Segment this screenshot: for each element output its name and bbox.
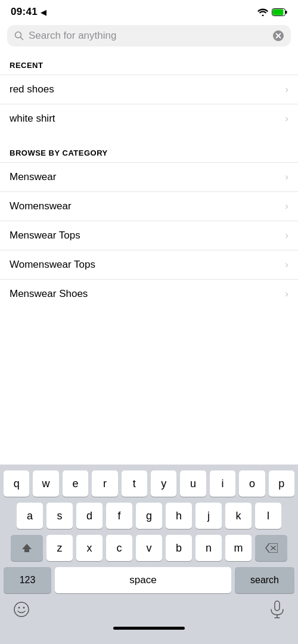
key-l[interactable]: l [255,503,281,529]
svg-rect-3 [273,9,284,15]
key-d[interactable]: d [76,503,103,529]
key-j[interactable]: j [195,503,222,529]
recent-section-header: RECENT [0,52,298,75]
key-a[interactable]: a [17,503,43,529]
key-n[interactable]: n [195,535,222,561]
status-time: 09:41 ◀ [11,6,46,18]
section-divider [0,133,298,140]
key-w[interactable]: w [33,470,58,497]
key-r[interactable]: r [92,470,117,497]
chevron-right-icon: › [285,230,288,242]
svg-rect-2 [285,11,287,14]
recent-item-label: red shoes [10,83,54,95]
space-key[interactable]: space [55,567,231,593]
key-u[interactable]: u [180,470,206,497]
browse-item-womenswear-tops[interactable]: Womenswear Tops › [0,250,298,279]
key-i[interactable]: i [210,470,235,497]
svg-point-14 [23,607,25,609]
recent-item-red-shoes[interactable]: red shoes › [0,75,298,104]
search-bar[interactable] [7,25,291,47]
mic-button[interactable] [267,598,287,621]
browse-item-label: Menswear Shoes [10,288,88,300]
key-p[interactable]: p [269,470,294,497]
battery-icon [272,8,287,16]
key-z[interactable]: z [46,535,73,561]
chevron-right-icon: › [285,171,288,183]
key-k[interactable]: k [225,503,252,529]
browse-item-menswear-shoes[interactable]: Menswear Shoes › [0,279,298,308]
key-f[interactable]: f [106,503,132,529]
emoji-button[interactable] [11,599,32,620]
key-b[interactable]: b [166,535,192,561]
browse-item-womenswear[interactable]: Womenswear › [0,191,298,221]
delete-icon [265,543,278,553]
close-icon [273,30,284,41]
num-key[interactable]: 123 [4,567,51,593]
key-m[interactable]: m [225,535,252,561]
svg-point-0 [262,14,264,16]
search-icon [14,31,24,41]
key-y[interactable]: y [151,470,176,497]
status-bar: 09:41 ◀ [0,0,298,21]
wifi-icon [257,8,268,16]
svg-rect-15 [275,601,280,611]
svg-point-12 [14,602,29,617]
shift-key[interactable] [11,535,43,561]
chevron-right-icon: › [285,83,288,95]
search-input[interactable] [29,30,268,42]
keyboard: q w e r t y u i o p a s d f g h j k l [0,465,298,644]
keyboard-accessory-row [0,593,298,623]
keyboard-row-1: q w e r t y u i o p [4,470,294,497]
keyboard-row-2: a s d f g h j k l [4,503,294,529]
status-icons [257,8,287,16]
emoji-icon [13,601,30,618]
key-v[interactable]: v [136,535,162,561]
key-o[interactable]: o [239,470,265,497]
browse-item-menswear[interactable]: Menswear › [0,162,298,191]
key-e[interactable]: e [63,470,88,497]
key-g[interactable]: g [136,503,162,529]
key-h[interactable]: h [166,503,192,529]
browse-item-menswear-tops[interactable]: Menswear Tops › [0,221,298,250]
close-button[interactable] [273,30,284,41]
keyboard-bottom-row: 123 space search [0,567,298,593]
key-x[interactable]: x [76,535,103,561]
key-t[interactable]: t [122,470,147,497]
svg-marker-9 [22,544,32,552]
browse-item-label: Womenswear [10,200,72,212]
recent-item-label: white shirt [10,113,55,125]
home-bar [113,627,185,630]
svg-point-13 [18,607,20,609]
delete-key[interactable] [255,535,287,561]
keyboard-row-3: z x c v b n m [4,535,294,561]
keyboard-rows: q w e r t y u i o p a s d f g h j k l [0,465,298,561]
recent-item-white-shirt[interactable]: white shirt › [0,104,298,133]
search-key[interactable]: search [235,567,294,593]
chevron-right-icon: › [285,288,288,300]
key-q[interactable]: q [4,470,29,497]
chevron-right-icon: › [285,259,288,271]
recent-list: red shoes › white shirt › [0,75,298,133]
mic-icon [269,600,285,618]
home-indicator [0,623,298,632]
browse-list: Menswear › Womenswear › Menswear Tops › … [0,162,298,308]
shift-icon [21,543,32,553]
browse-item-label: Menswear [10,171,56,183]
chevron-right-icon: › [285,200,288,212]
svg-line-5 [21,38,23,40]
browse-section-header: BROWSE BY CATEGORY [0,140,298,162]
browse-item-label: Womenswear Tops [10,259,95,271]
browse-item-label: Menswear Tops [10,230,80,242]
key-c[interactable]: c [106,535,132,561]
chevron-right-icon: › [285,113,288,125]
key-s[interactable]: s [46,503,73,529]
